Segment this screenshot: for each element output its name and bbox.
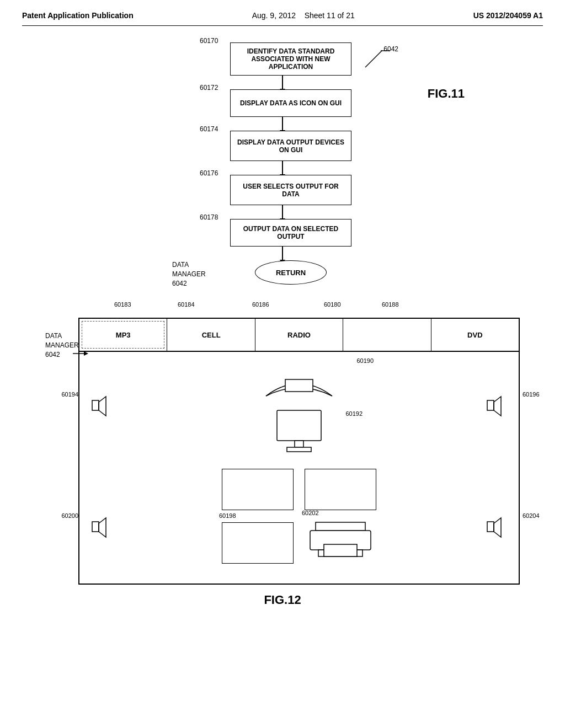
ref-60180: 60180 <box>324 301 341 308</box>
header-publication: Patent Application Publication <box>22 11 134 20</box>
step-60178: OUTPUT DATA ON SELECTED OUTPUT <box>230 219 351 247</box>
speaker-icon-60194 <box>89 394 114 419</box>
printer-60202 <box>305 520 376 564</box>
device-radio: RADIO <box>255 319 343 351</box>
step-number-60170: 60170 <box>200 37 218 45</box>
ref-60186: 60186 <box>252 301 269 308</box>
device-mp3: MP3 <box>79 319 167 351</box>
left-icon-column: 60194 60200 <box>79 352 124 584</box>
ref-60184: 60184 <box>178 301 195 308</box>
ref-60190: 60190 <box>356 357 374 364</box>
return-oval: RETURN <box>255 260 327 285</box>
svg-rect-15 <box>324 544 357 556</box>
arrow-5 <box>282 247 283 260</box>
speaker-icon-60204 <box>484 515 509 540</box>
speaker-icon-60196 <box>484 394 509 419</box>
content-box-right-1 <box>305 469 376 510</box>
header-date: Aug. 9, 2012 <box>252 11 296 20</box>
tv-monitor-60192 <box>271 408 327 457</box>
dm-label: DATA MANAGER 6042 <box>172 260 206 288</box>
ref-60196: 60196 <box>523 391 540 398</box>
svg-rect-12 <box>316 522 365 531</box>
arrow-3 <box>282 161 283 175</box>
svg-rect-18 <box>487 522 494 532</box>
svg-marker-7 <box>99 518 106 537</box>
svg-rect-4 <box>92 400 99 410</box>
device-dvd: DVD <box>431 319 519 351</box>
svg-rect-10 <box>295 441 303 447</box>
header-sheet: Sheet 11 of 21 <box>305 11 355 20</box>
device-cell: CELL <box>167 319 255 351</box>
header: Patent Application Publication Aug. 9, 2… <box>22 11 543 26</box>
arrow-4 <box>282 205 283 219</box>
arrow-1 <box>282 76 283 89</box>
arrow-2 <box>282 117 283 131</box>
step-number-60172: 60172 <box>200 84 218 92</box>
header-patent-number: US 2012/204059 A1 <box>473 11 543 20</box>
ref-60183: 60183 <box>114 301 131 308</box>
ref-60202: 60202 <box>302 510 319 516</box>
header-center: Aug. 9, 2012 Sheet 11 of 21 <box>252 11 355 20</box>
main-content: FIG.11 6042 60170 IDENTIFY DATA STANDARD… <box>22 42 543 607</box>
fig12-top-bar: MP3 CELL RADIO DVD <box>79 319 519 352</box>
content-box-left-1 <box>222 469 294 510</box>
curved-band-60190 <box>255 366 343 404</box>
fig12-content-area: 60194 60200 <box>79 352 519 584</box>
ref-60194: 60194 <box>62 391 79 398</box>
svg-rect-11 <box>287 447 311 452</box>
flowchart: 60170 IDENTIFY DATA STANDARD ASSOCIATED … <box>89 42 476 285</box>
device-empty <box>343 319 431 351</box>
svg-rect-9 <box>277 410 321 441</box>
speaker-icon-60200 <box>89 515 114 540</box>
ref-60204: 60204 <box>523 512 540 519</box>
right-icon-column: 60196 60204 <box>475 352 519 584</box>
ref-60188: 60188 <box>382 301 399 308</box>
fig12-outer-box: MP3 CELL RADIO DVD <box>78 318 520 585</box>
fig12-label: FIG.12 <box>264 593 301 607</box>
ref-60192: 60192 <box>345 410 363 417</box>
ref-60198: 60198 <box>219 512 236 519</box>
step-number-60178: 60178 <box>200 213 218 221</box>
step-number-60174: 60174 <box>200 125 218 133</box>
content-box-left-2 <box>222 522 294 564</box>
step-60176: USER SELECTS OUTPUT FOR DATA <box>230 175 351 205</box>
svg-marker-5 <box>99 397 106 416</box>
step-60170: IDENTIFY DATA STANDARD ASSOCIATED WITH N… <box>230 42 351 76</box>
svg-rect-16 <box>487 400 494 410</box>
svg-marker-17 <box>494 397 501 416</box>
page: Patent Application Publication Aug. 9, 2… <box>0 0 565 728</box>
svg-rect-8 <box>285 379 313 392</box>
step-60172: DISPLAY DATA AS ICON ON GUI <box>230 89 351 117</box>
step-number-60176: 60176 <box>200 169 218 177</box>
ref-60200: 60200 <box>62 512 79 519</box>
svg-rect-6 <box>92 522 99 532</box>
svg-marker-19 <box>494 518 501 537</box>
step-60174: DISPLAY DATA OUTPUT DEVICES ON GUI <box>230 131 351 161</box>
